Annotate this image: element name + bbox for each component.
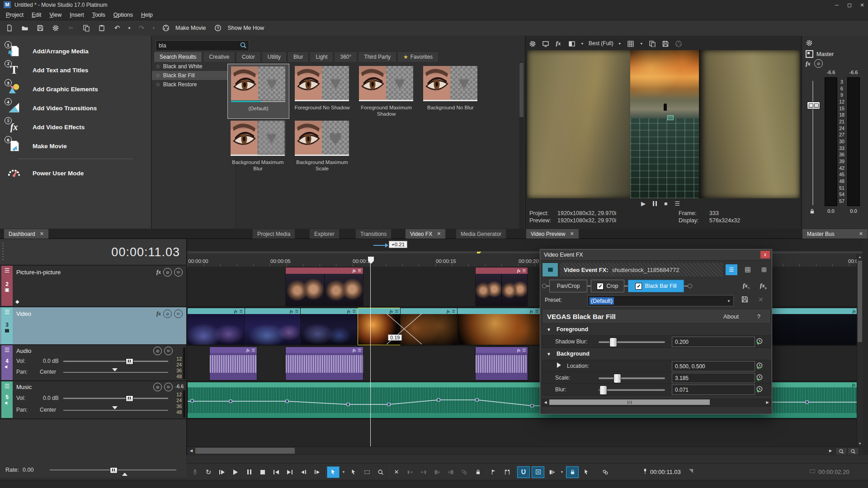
- insert-region-button[interactable]: [501, 467, 513, 478]
- event-fx-icon[interactable]: fx: [390, 309, 393, 314]
- slider-handle[interactable]: [613, 374, 621, 383]
- dashboard-item-add-text[interactable]: T2 Add Text and Titles: [7, 61, 143, 79]
- stop-button[interactable]: [257, 467, 269, 478]
- minimize-button[interactable]: ─: [831, 0, 843, 10]
- loop-playback-button[interactable]: ↻: [203, 467, 214, 478]
- scroll-down-icon[interactable]: ▼: [857, 440, 863, 446]
- track-mute-button[interactable]: ⊘: [163, 310, 172, 318]
- lock-event-button[interactable]: [472, 467, 484, 478]
- timeline-hscrollbar[interactable]: ◀ ▶: [187, 446, 863, 455]
- preview-stop-button[interactable]: ■: [664, 201, 667, 207]
- volume-slider[interactable]: [63, 398, 168, 399]
- auto-ripple-button[interactable]: [546, 467, 558, 478]
- record-button[interactable]: [189, 467, 201, 478]
- tab-master-bus[interactable]: Master Bus✕: [802, 229, 868, 239]
- slide-trim-button[interactable]: [445, 467, 457, 478]
- about-link[interactable]: About: [723, 313, 739, 320]
- plugin-black-bar-fill[interactable]: ☆Black Bar Fill: [152, 71, 236, 80]
- video-event[interactable]: fx☰: [245, 308, 301, 345]
- tab-third-party[interactable]: Third Party: [358, 52, 396, 62]
- position-expander-icon[interactable]: [689, 469, 693, 473]
- split-screen-dropdown[interactable]: ▼: [580, 38, 585, 49]
- tab-media-generator[interactable]: Media Generator: [456, 229, 506, 239]
- scale-slider[interactable]: [599, 377, 665, 379]
- track-menu-icon[interactable]: ☰: [1, 345, 13, 354]
- layout-list-button[interactable]: ☰: [726, 264, 737, 275]
- dialog-title-bar[interactable]: Video Event FX x: [540, 249, 772, 261]
- layout-grid-button[interactable]: [742, 264, 754, 275]
- preset-card[interactable]: ♥ Background Maximum Scale: [292, 121, 353, 173]
- track-header-audio[interactable]: ☰ 4 Audio ⊘ S! Vol: 0.0 dB Pan: Center: [0, 345, 186, 381]
- pan-center-marker[interactable]: [112, 368, 118, 371]
- close-button[interactable]: ✕: [856, 0, 868, 10]
- cursor-position-value[interactable]: 00:00:11.03: [650, 469, 681, 475]
- dashboard-item-add-effects[interactable]: fx5 Add Video Effects: [7, 118, 143, 136]
- quality-dropdown-caret[interactable]: ▼: [618, 38, 622, 49]
- event-menu-icon[interactable]: ☰: [535, 309, 538, 314]
- save-preset-button[interactable]: [741, 296, 749, 303]
- animate-keyframe-button[interactable]: [755, 361, 764, 371]
- event-fx-icon[interactable]: fx: [530, 309, 533, 314]
- event-menu-icon[interactable]: ☰: [395, 309, 398, 314]
- menu-tools[interactable]: Tools: [88, 10, 109, 19]
- chain-black-bar-fill-button[interactable]: ✓Black Bar Fill: [628, 280, 684, 292]
- remove-fx-button[interactable]: fxx: [760, 282, 767, 290]
- menu-project[interactable]: Project: [2, 10, 28, 19]
- video-event[interactable]: fx☰: [300, 308, 358, 345]
- zoom-in-button[interactable]: [847, 447, 859, 455]
- favorite-star-icon[interactable]: ☆: [156, 72, 160, 79]
- event-menu-icon[interactable]: ☰: [239, 309, 243, 314]
- expand-triangle-icon[interactable]: [557, 362, 561, 368]
- group-events-button[interactable]: [599, 467, 611, 478]
- copy-button[interactable]: [80, 23, 92, 33]
- track-header-video[interactable]: ☰ 3 Video fx ⊘ S!: [0, 307, 186, 345]
- open-project-button[interactable]: [19, 23, 31, 33]
- preview-settings-gear-button[interactable]: [528, 38, 537, 49]
- event-menu-icon[interactable]: ☰: [522, 268, 526, 273]
- event-fx-icon[interactable]: fx: [517, 268, 521, 273]
- menu-view[interactable]: View: [45, 10, 66, 19]
- fx-panel-scrollbar[interactable]: [519, 62, 524, 229]
- shadow-blur-value[interactable]: 0.200: [672, 337, 755, 347]
- next-frame-button[interactable]: [311, 467, 323, 478]
- event-fx-icon[interactable]: fx: [353, 268, 356, 273]
- location-value[interactable]: 0.500, 0.500: [672, 361, 755, 371]
- enable-snapping-button[interactable]: [517, 466, 530, 478]
- dashboard-item-add-media[interactable]: 1 Add/Arrange Media: [7, 42, 143, 60]
- pip-event[interactable]: fx☰: [475, 267, 528, 306]
- event-fx-icon[interactable]: fx: [234, 309, 238, 314]
- menu-insert[interactable]: Insert: [66, 10, 88, 19]
- menu-help[interactable]: Help: [137, 10, 157, 19]
- redo-button[interactable]: ↷: [136, 23, 147, 33]
- collapse-triangle-icon[interactable]: ▼: [547, 352, 551, 357]
- close-tab-icon[interactable]: ✕: [570, 231, 574, 237]
- split-events-button[interactable]: ✕: [391, 467, 402, 478]
- make-movie-button[interactable]: Make Movie: [175, 25, 206, 31]
- track-mute-button[interactable]: ⊘: [153, 383, 162, 391]
- event-fx-icon[interactable]: fx: [246, 348, 250, 352]
- scrollbar-thumb[interactable]: [195, 448, 295, 454]
- track-fx-button[interactable]: fx: [156, 310, 161, 317]
- scroll-right-icon[interactable]: ▶: [827, 447, 834, 455]
- tab-color[interactable]: Color: [236, 52, 261, 62]
- keyframe-diamond-icon[interactable]: ◆: [15, 299, 19, 305]
- redo-dropdown[interactable]: ▼: [151, 23, 156, 33]
- normal-edit-tool-button[interactable]: [327, 466, 340, 478]
- tab-favorites[interactable]: ★Favorites: [397, 52, 439, 62]
- lock-envelopes-button[interactable]: [566, 466, 579, 478]
- event-fx-icon[interactable]: fx: [447, 309, 450, 314]
- dialog-close-button[interactable]: x: [760, 251, 770, 258]
- foreground-section-header[interactable]: ▼ Foreground: [542, 324, 770, 334]
- properties-gear-button[interactable]: [50, 23, 61, 33]
- time-display[interactable]: 00:00:11.03: [0, 239, 186, 266]
- tab-explorer[interactable]: Explorer: [309, 229, 340, 239]
- preset-card[interactable]: ♥ Foreground No Shadow: [292, 66, 353, 118]
- audio-event[interactable]: fx☰: [475, 347, 528, 380]
- delete-preset-button[interactable]: ✕: [758, 296, 764, 303]
- scrollbar-thumb[interactable]: [519, 63, 524, 117]
- play-from-start-button[interactable]: [216, 467, 228, 478]
- tab-blur[interactable]: Blur: [288, 52, 309, 62]
- tab-transitions[interactable]: Transitions: [355, 229, 392, 239]
- go-to-start-button[interactable]: [270, 467, 282, 478]
- auto-ripple-dropdown[interactable]: ▼: [560, 467, 564, 478]
